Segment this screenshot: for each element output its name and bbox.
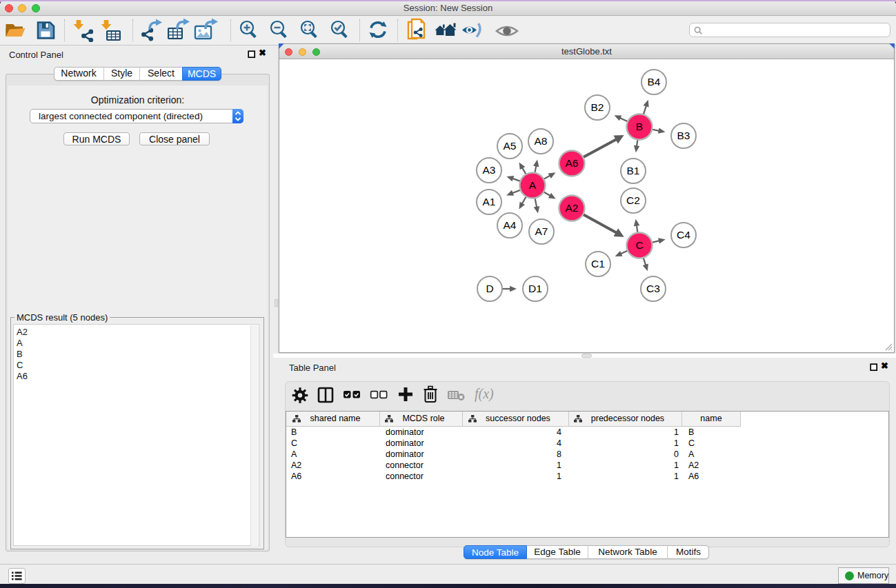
svg-text:A8: A8	[535, 135, 548, 147]
svg-text:B2: B2	[591, 101, 604, 113]
svg-text:C2: C2	[626, 194, 640, 206]
svg-text:A7: A7	[535, 225, 548, 237]
svg-text:D1: D1	[528, 283, 542, 294]
svg-text:C: C	[635, 239, 643, 251]
svg-text:C1: C1	[591, 258, 605, 270]
svg-text:B: B	[636, 121, 643, 132]
svg-text:D: D	[486, 283, 493, 294]
svg-text:B1: B1	[627, 165, 640, 176]
svg-text:C3: C3	[646, 283, 660, 294]
svg-text:A2: A2	[566, 202, 579, 214]
svg-text:A6: A6	[566, 157, 579, 169]
svg-text:A: A	[529, 179, 537, 191]
svg-text:C4: C4	[677, 229, 690, 241]
svg-text:A3: A3	[483, 164, 496, 176]
svg-text:B4: B4	[648, 76, 661, 88]
svg-text:A1: A1	[483, 196, 496, 207]
svg-text:B3: B3	[677, 130, 690, 141]
svg-text:A5: A5	[504, 140, 517, 152]
svg-text:A4: A4	[504, 219, 517, 231]
